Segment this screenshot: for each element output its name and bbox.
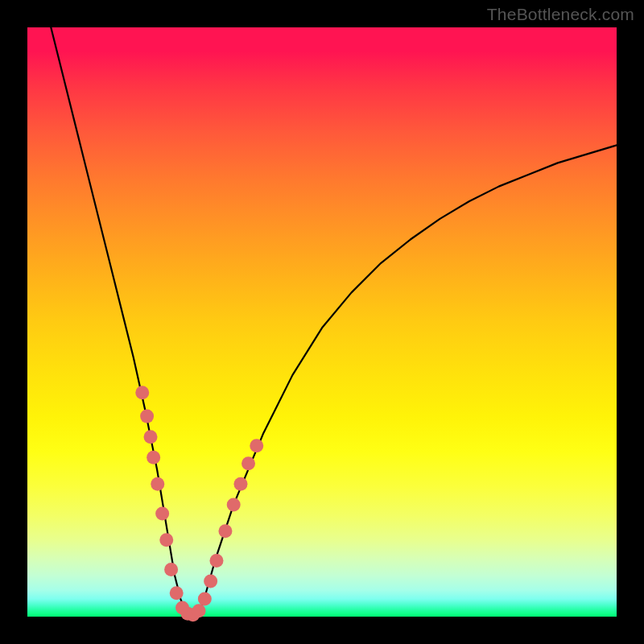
highlight-dot: [198, 592, 212, 606]
highlight-dot: [143, 430, 157, 444]
highlight-dot: [164, 563, 178, 576]
highlight-dot: [135, 386, 149, 399]
highlight-dot: [218, 524, 232, 538]
highlight-dot: [147, 451, 160, 464]
highlight-dot: [233, 477, 247, 491]
highlight-dot: [151, 477, 164, 491]
curve-layer: [27, 27, 617, 617]
bottleneck-curve: [51, 27, 617, 617]
highlight-dot: [204, 575, 217, 588]
highlight-dot: [159, 533, 173, 547]
highlight-dot: [192, 604, 206, 617]
highlight-dot: [250, 439, 263, 452]
watermark-text: TheBottleneck.com: [487, 5, 634, 24]
plot-area: [27, 27, 617, 617]
highlight-dot: [140, 410, 154, 423]
highlight-dot: [209, 554, 223, 568]
highlight-dot: [227, 497, 241, 511]
highlight-dot: [155, 506, 169, 520]
highlight-dot: [242, 456, 255, 470]
chart-frame: TheBottleneck.com: [0, 0, 644, 644]
highlight-dots: [135, 386, 263, 621]
highlight-dot: [170, 586, 184, 600]
